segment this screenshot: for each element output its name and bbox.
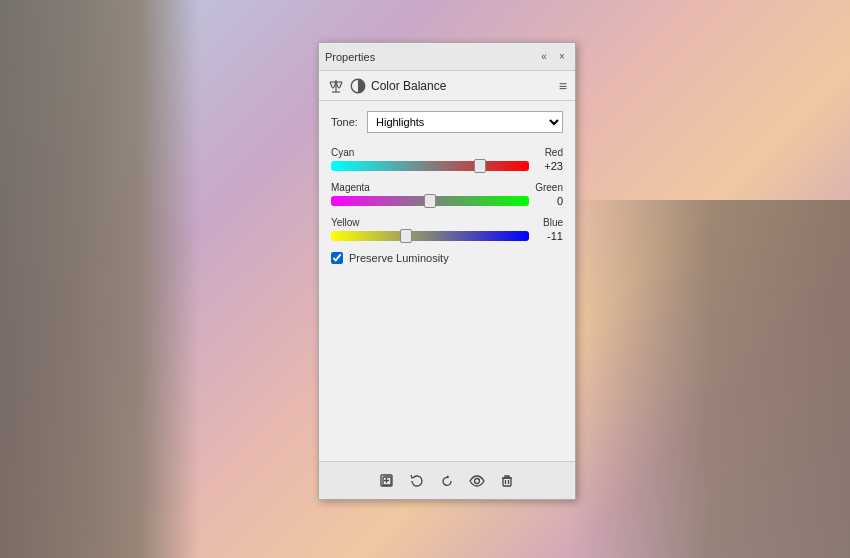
- yellow-label: Yellow: [331, 217, 360, 228]
- cyan-red-value: +23: [535, 160, 563, 172]
- yellow-blue-track[interactable]: [331, 231, 529, 241]
- cyan-label: Cyan: [331, 147, 354, 158]
- cyan-red-slider-row: +23: [331, 160, 563, 172]
- panel-titlebar: Properties « ×: [319, 43, 575, 71]
- titlebar-buttons: « ×: [537, 50, 569, 64]
- magenta-green-thumb[interactable]: [424, 194, 436, 208]
- scale-icon: [327, 77, 345, 95]
- yellow-blue-slider-row: -11: [331, 230, 563, 242]
- preserve-luminosity-checkbox[interactable]: [331, 252, 343, 264]
- yellow-blue-thumb[interactable]: [400, 229, 412, 243]
- yellow-blue-value: -11: [535, 230, 563, 242]
- magenta-label: Magenta: [331, 182, 370, 193]
- magenta-green-track[interactable]: [331, 196, 529, 206]
- reset-button[interactable]: [436, 470, 458, 492]
- cyan-red-thumb[interactable]: [474, 159, 486, 173]
- magenta-green-labels: Magenta Green: [331, 182, 563, 193]
- magenta-green-slider-group: Magenta Green 0: [331, 182, 563, 207]
- tone-select[interactable]: Shadows Midtones Highlights: [367, 111, 563, 133]
- add-layer-button[interactable]: [376, 470, 398, 492]
- properties-panel: Properties « ×: [318, 42, 576, 500]
- cyan-red-slider-container: [331, 161, 529, 171]
- panel-footer: [319, 461, 575, 499]
- magenta-green-slider-row: 0: [331, 195, 563, 207]
- layer-icon: [349, 77, 367, 95]
- svg-rect-9: [503, 478, 511, 486]
- preserve-luminosity-row: Preserve Luminosity: [331, 252, 563, 264]
- collapse-button[interactable]: «: [537, 50, 551, 64]
- bg-arch: [570, 200, 850, 558]
- history-back-button[interactable]: [406, 470, 428, 492]
- cyan-red-slider-group: Cyan Red +23: [331, 147, 563, 172]
- red-label: Red: [545, 147, 563, 158]
- tone-row: Tone: Shadows Midtones Highlights: [331, 111, 563, 133]
- section-title: Color Balance: [371, 79, 446, 93]
- yellow-blue-slider-container: [331, 231, 529, 241]
- yellow-blue-labels: Yellow Blue: [331, 217, 563, 228]
- yellow-blue-slider-group: Yellow Blue -11: [331, 217, 563, 242]
- preserve-luminosity-label: Preserve Luminosity: [349, 252, 449, 264]
- panel-menu-button[interactable]: ≡: [559, 78, 567, 94]
- toolbar-left: Color Balance: [327, 77, 446, 95]
- green-label: Green: [535, 182, 563, 193]
- svg-point-8: [475, 478, 480, 483]
- cyan-red-labels: Cyan Red: [331, 147, 563, 158]
- panel-title: Properties: [325, 51, 375, 63]
- cyan-red-track[interactable]: [331, 161, 529, 171]
- section-toolbar: Color Balance ≡: [319, 71, 575, 101]
- magenta-green-value: 0: [535, 195, 563, 207]
- blue-label: Blue: [543, 217, 563, 228]
- visibility-button[interactable]: [466, 470, 488, 492]
- delete-button[interactable]: [496, 470, 518, 492]
- bg-tower: [0, 0, 200, 558]
- close-button[interactable]: ×: [555, 50, 569, 64]
- panel-content: Tone: Shadows Midtones Highlights Cyan R…: [319, 101, 575, 461]
- magenta-green-slider-container: [331, 196, 529, 206]
- tone-label: Tone:: [331, 116, 361, 128]
